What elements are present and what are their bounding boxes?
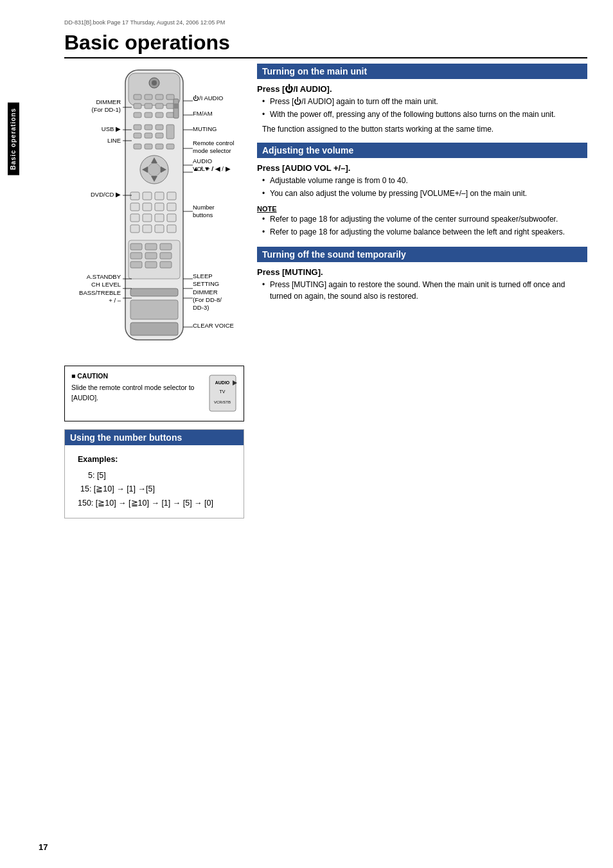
caution-text: ■ CAUTION Slide the remote control mode … <box>71 371 202 403</box>
label-audio-power: ⏻/I AUDIO <box>193 94 244 102</box>
left-column: DIMMER(For DD-1) USB ▶ LINE DVD/CD ▶ A.S… <box>64 64 244 518</box>
power-symbol: ⏻ <box>285 84 293 94</box>
adjusting-volume-bullets: Adjustable volume range is from 0 to 40.… <box>257 175 587 200</box>
turning-off-sound-press: Press [MUTING]. <box>257 267 587 277</box>
label-line: LINE <box>64 137 121 145</box>
turning-off-sound-section: Turning off the sound temporarily Press … <box>257 247 587 302</box>
remote-control-illustration: DIMMER(For DD-1) USB ▶ LINE DVD/CD ▶ A.S… <box>64 64 244 359</box>
label-clearvoice: CLEAR VOICE <box>193 322 244 330</box>
adjusting-volume-press: Press [AUDIO VOL +/–]. <box>257 163 587 173</box>
label-muting: MUTING <box>193 125 244 133</box>
label-fmam: FM/AM <box>193 110 244 118</box>
label-numbtns: Numberbuttons <box>193 204 244 220</box>
label-usb: USB ▶ <box>64 125 121 133</box>
label-astandby: A.STANDBYCH LEVELBASS/TREBLE+ / – <box>64 273 121 305</box>
note-bullet-2: Refer to page 18 for adjusting the volum… <box>262 227 587 238</box>
label-dvdcd: DVD/CD ▶ <box>64 191 121 199</box>
turning-on-bullets: Press [⏻/I AUDIO] again to turn off the … <box>257 96 587 121</box>
label-remote-mode: Remote controlmode selector <box>193 139 244 155</box>
turning-off-sound-header: Turning off the sound temporarily <box>257 247 587 262</box>
note-title: NOTE <box>257 205 587 213</box>
label-sleep: SLEEPSETTINGDIMMER(For DD-8/DD-3) <box>193 272 244 312</box>
label-dimmer: DIMMER(For DD-1) <box>64 98 121 114</box>
note-bullet-1: Refer to page 18 for adjusting the volum… <box>262 214 587 225</box>
svg-text:TV: TV <box>220 389 226 394</box>
example-5: 5: [5] <box>88 469 244 483</box>
content-layout: DIMMER(For DD-1) USB ▶ LINE DVD/CD ▶ A.S… <box>64 64 587 518</box>
label-nav: ▲ / ▼ / ◀ / ▶ <box>193 165 244 173</box>
example-15: 15: [≧10] → [1] →[5] <box>80 483 244 496</box>
examples-title: Examples: <box>78 453 244 466</box>
page-number: 17 <box>39 842 48 852</box>
number-buttons-header: Using the number buttons <box>65 430 244 445</box>
number-buttons-section: Using the number buttons Examples: 5: [5… <box>64 429 244 518</box>
adj-vol-bullet-1: Adjustable volume range is from 0 to 40. <box>262 175 587 186</box>
caution-box: ■ CAUTION Slide the remote control mode … <box>64 366 244 421</box>
remote-labels: DIMMER(For DD-1) USB ▶ LINE DVD/CD ▶ A.S… <box>64 64 244 359</box>
turning-on-press: Press [⏻/I AUDIO]. <box>257 84 587 94</box>
turning-on-bullet-1: Press [⏻/I AUDIO] again to turn off the … <box>262 96 587 107</box>
page-container: Basic operations DD-831[B].book Page 17 … <box>0 0 613 868</box>
right-column: Turning on the main unit Press [⏻/I AUDI… <box>257 64 587 518</box>
note-bullets: Refer to page 18 for adjusting the volum… <box>257 214 587 238</box>
side-label: Basic operations <box>8 103 19 175</box>
examples-content: Examples: 5: [5] 15: [≧10] → [1] →[5] 15… <box>65 453 244 510</box>
adj-vol-bullet-2: You can also adjust the volume by pressi… <box>262 188 587 199</box>
example-150: 150: [≧10] → [≧10] → [1] → [5] → [0] <box>78 497 244 510</box>
caution-body: Slide the remote control mode selector t… <box>71 383 202 403</box>
turning-on-note: The function assigned to the button star… <box>257 125 587 134</box>
adjusting-volume-header: Adjusting the volume <box>257 143 587 158</box>
page-title: Basic operations <box>64 31 587 58</box>
mode-selector-graphic: AUDIO TV VCR/STB <box>208 374 237 416</box>
svg-text:AUDIO: AUDIO <box>215 380 230 385</box>
muting-bullet-1: Press [MUTING] again to restore the soun… <box>262 279 587 302</box>
turning-on-bullet-2: With the power off, pressing any of the … <box>262 109 587 120</box>
file-info: DD-831[B].book Page 17 Thursday, August … <box>64 19 587 26</box>
adjusting-volume-section: Adjusting the volume Press [AUDIO VOL +/… <box>257 143 587 238</box>
turning-on-header: Turning on the main unit <box>257 64 587 79</box>
turning-off-sound-bullets: Press [MUTING] again to restore the soun… <box>257 279 587 302</box>
svg-text:VCR/STB: VCR/STB <box>214 400 231 404</box>
turning-on-section: Turning on the main unit Press [⏻/I AUDI… <box>257 64 587 134</box>
caution-title: ■ CAUTION <box>71 371 202 382</box>
